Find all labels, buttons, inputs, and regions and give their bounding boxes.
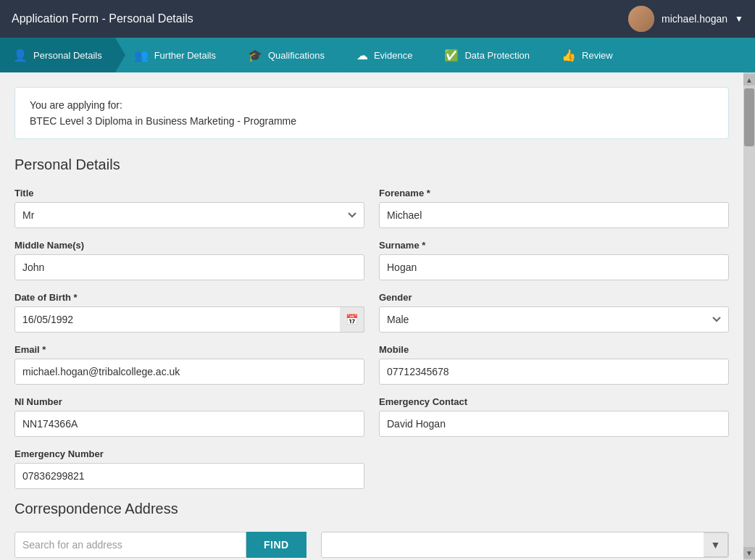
gender-select[interactable]: Male Female Other Prefer not to say [379, 306, 729, 333]
qualifications-icon: 🎓 [248, 49, 262, 62]
middle-name-input[interactable] [14, 254, 364, 280]
dob-label: Date of Birth * [14, 292, 364, 303]
form-group-surname: Surname * [379, 240, 729, 280]
form-row-middlename-surname: Middle Name(s) Surname * [14, 240, 729, 280]
surname-label: Surname * [379, 240, 729, 251]
address-search-row: FIND ▼ [14, 532, 729, 558]
middle-name-label: Middle Name(s) [14, 240, 364, 251]
address-dropdown-icon: ▼ [704, 532, 728, 557]
page-title: Application Form - Personal Details [12, 12, 193, 25]
calendar-icon-button[interactable]: 📅 [340, 306, 364, 333]
tab-data-protection-label: Data Protection [464, 50, 530, 61]
emergency-contact-input[interactable] [379, 411, 729, 437]
personal-details-heading: Personal Details [14, 156, 729, 173]
correspondence-address-heading: Correspondence Address [14, 501, 729, 517]
user-dropdown-icon: ▼ [735, 14, 743, 24]
surname-input[interactable] [379, 254, 729, 280]
user-menu[interactable]: michael.hogan ▼ [628, 6, 743, 32]
app-header: Application Form - Personal Details mich… [0, 0, 755, 38]
personal-details-icon: 👤 [13, 49, 28, 62]
scrollbar-down-button[interactable]: ▼ [743, 547, 755, 559]
title-select[interactable]: Mr Mrs Miss Ms Dr [14, 202, 364, 228]
form-row-title-forename: Title Mr Mrs Miss Ms Dr Forename * [14, 188, 729, 228]
emergency-contact-label: Emergency Contact [379, 396, 729, 407]
form-row-email-mobile: Email * Mobile [14, 344, 729, 385]
form-row-dob-gender: Date of Birth * 📅 Gender Male Female Oth… [14, 292, 729, 333]
find-address-button[interactable]: FIND [246, 532, 306, 558]
address-search-input[interactable] [14, 532, 246, 558]
gender-label: Gender [379, 292, 729, 303]
form-group-gender: Gender Male Female Other Prefer not to s… [379, 292, 729, 333]
mobile-input[interactable] [379, 359, 729, 385]
tab-qualifications[interactable]: 🎓 Qualifications [229, 38, 338, 72]
form-row-emergency-number: Emergency Number [14, 448, 729, 489]
programme-name: BTEC Level 3 Diploma in Business Marketi… [30, 115, 714, 127]
evidence-icon: ☁ [356, 49, 368, 62]
form-group-spacer [379, 448, 729, 489]
main-content: You are applying for: BTEC Level 3 Diplo… [0, 72, 743, 560]
emergency-number-label: Emergency Number [14, 448, 364, 459]
forename-label: Forename * [379, 188, 729, 198]
mobile-label: Mobile [379, 344, 729, 355]
form-group-emergency-number: Emergency Number [14, 448, 364, 489]
form-group-dob: Date of Birth * 📅 [14, 292, 364, 333]
scrollbar-thumb[interactable] [744, 88, 754, 146]
tab-qualifications-label: Qualifications [268, 50, 325, 61]
tab-personal-details[interactable]: 👤 Personal Details [0, 38, 115, 72]
applying-label: You are applying for: [30, 99, 714, 111]
title-label: Title [14, 188, 364, 198]
further-details-icon: 👥 [134, 49, 149, 62]
tab-evidence-label: Evidence [374, 50, 412, 61]
dob-input[interactable] [14, 306, 364, 333]
tab-review-label: Review [582, 50, 613, 61]
tab-evidence[interactable]: ☁ Evidence [338, 38, 425, 72]
scrollbar-up-button[interactable]: ▲ [743, 74, 755, 85]
form-group-ni: NI Number [14, 396, 364, 437]
ni-input[interactable] [14, 411, 364, 437]
tab-data-protection[interactable]: ✅ Data Protection [425, 38, 543, 72]
avatar [628, 6, 654, 32]
avatar-image [628, 6, 654, 32]
emergency-number-input[interactable] [14, 463, 364, 489]
form-group-forename: Forename * [379, 188, 729, 228]
dob-wrapper: 📅 [14, 306, 364, 333]
email-input[interactable] [14, 359, 364, 385]
tab-review[interactable]: 👍 Review [543, 38, 626, 72]
form-group-email: Email * [14, 344, 364, 385]
form-group-middle-name: Middle Name(s) [14, 240, 364, 280]
tab-further-details[interactable]: 👥 Further Details [115, 38, 229, 72]
navigation-tabs: 👤 Personal Details 👥 Further Details 🎓 Q… [0, 38, 755, 72]
review-icon: 👍 [562, 49, 576, 62]
application-info-box: You are applying for: BTEC Level 3 Diplo… [14, 87, 729, 139]
form-group-title: Title Mr Mrs Miss Ms Dr [14, 188, 364, 228]
tab-further-details-label: Further Details [154, 50, 216, 61]
data-protection-icon: ✅ [444, 49, 459, 62]
page-layout: You are applying for: BTEC Level 3 Diplo… [0, 72, 755, 560]
username-label: michael.hogan [662, 13, 727, 25]
address-dropdown[interactable]: ▼ [321, 532, 729, 558]
scrollbar-track: ▲ ▼ [743, 72, 755, 560]
form-row-ni-emergency-contact: NI Number Emergency Contact [14, 396, 729, 437]
tab-personal-details-label: Personal Details [33, 50, 102, 61]
ni-label: NI Number [14, 396, 364, 407]
email-label: Email * [14, 344, 364, 355]
forename-input[interactable] [379, 202, 729, 228]
form-group-mobile: Mobile [379, 344, 729, 385]
form-group-emergency-contact: Emergency Contact [379, 396, 729, 437]
